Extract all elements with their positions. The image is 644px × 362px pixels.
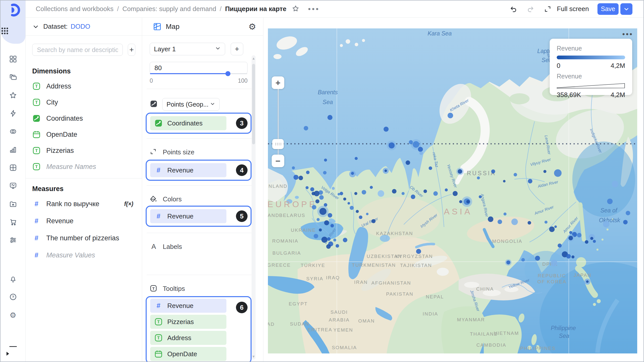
favorites-icon[interactable]	[9, 91, 17, 100]
layer-select[interactable]: Layer 1	[150, 43, 225, 55]
field-item-coordinates[interactable]: Coordinates	[32, 113, 135, 124]
dataset-header[interactable]: Dataset: DODO	[26, 18, 142, 36]
map-label: FINLAND	[268, 184, 288, 189]
tooltips-dropzone[interactable]: #RevenueTPizzeriasTAddressOpenDate 6	[146, 296, 252, 362]
settings-icon[interactable]: ⚙	[9, 311, 17, 319]
gallery-icon[interactable]	[9, 200, 17, 208]
geopoints-dropzone[interactable]: Coordinates 3	[146, 113, 252, 134]
zoom-slider-handle[interactable]	[272, 139, 284, 149]
opacity-slider-fill	[150, 73, 228, 74]
field-item-rank-[interactable]: #Rank по выручкеf(×)	[32, 198, 135, 209]
colors-dropzone[interactable]: #Revenue 5	[146, 206, 252, 227]
breadcrumb-separator: /	[117, 5, 119, 13]
zoom-in-button[interactable]: +	[272, 76, 284, 89]
chip-opendate[interactable]: OpenDate	[150, 347, 226, 361]
ellipsis-icon[interactable]: •••	[308, 5, 320, 13]
redo-icon[interactable]	[526, 5, 535, 13]
connections-icon[interactable]	[9, 127, 17, 136]
collapse-icon[interactable]	[5, 350, 11, 358]
save-button[interactable]: Save	[597, 3, 619, 15]
star-icon[interactable]	[292, 5, 299, 13]
fullscreen-label[interactable]: Full screen	[557, 5, 589, 13]
svg-text:T: T	[35, 100, 38, 105]
field-item-city[interactable]: TCity	[32, 97, 135, 108]
chip-pizzerias[interactable]: TPizzerias	[150, 315, 226, 329]
chip-coordinates[interactable]: Coordinates	[150, 116, 226, 130]
save-options-button[interactable]	[620, 3, 632, 15]
points-size-dropzone[interactable]: #Revenue 4	[146, 160, 252, 181]
scroll-up-icon[interactable]: ▲	[252, 56, 256, 60]
map-label: IRAN	[354, 280, 368, 285]
map-data-point	[340, 192, 343, 195]
chip-revenue[interactable]: #Revenue	[150, 163, 226, 177]
legend-color-gradient	[557, 56, 625, 59]
datasets-icon[interactable]	[9, 163, 17, 172]
opacity-slider-knob[interactable]	[225, 71, 230, 76]
map-data-point	[503, 212, 506, 215]
notifications-icon[interactable]	[9, 275, 17, 283]
map-data-point	[354, 192, 357, 195]
fullscreen-icon[interactable]	[543, 5, 552, 13]
map-canvas[interactable]: FINLANDEUROPEASIARUSSIAPOLANDBELARUSUKRA…	[268, 28, 637, 353]
quick-actions-icon[interactable]	[9, 109, 17, 118]
chevron-down-icon	[32, 23, 39, 30]
step-badge-4: 4	[236, 164, 248, 176]
undo-icon[interactable]	[509, 5, 518, 13]
map-data-point	[304, 126, 308, 130]
field-item-the-number-of-pizzerias[interactable]: #The number of pizzerias	[32, 233, 135, 244]
marketplace-icon[interactable]	[9, 218, 17, 226]
svg-text:#: #	[35, 251, 38, 259]
map-zoom-controls: +	[272, 76, 284, 89]
field-item-measure-values[interactable]: #Measure Values	[32, 250, 135, 261]
chip-revenue[interactable]: #Revenue	[150, 299, 226, 313]
svg-text:T: T	[157, 320, 160, 324]
legend-size-max: 4,2M	[611, 91, 625, 99]
map-chart-icon[interactable]	[153, 22, 162, 31]
config-scrollbar[interactable]: ▲ ▼	[252, 55, 256, 359]
layer-opacity-input[interactable]: 80	[150, 62, 248, 74]
field-item-measure-names[interactable]: TMeasure Names	[32, 161, 135, 172]
services-icon[interactable]	[9, 236, 17, 244]
map-label: AFGHANISTAN	[371, 280, 411, 286]
dataset-label: Dataset:	[43, 23, 68, 30]
rail-resize-handle[interactable]	[9, 346, 17, 347]
map-label: SOMALIA	[332, 345, 357, 350]
add-layer-button[interactable]: +	[231, 43, 243, 55]
map-data-point	[323, 171, 327, 174]
charts-icon[interactable]	[9, 145, 17, 154]
svg-text:T: T	[35, 164, 38, 169]
chip-address[interactable]: TAddress	[150, 331, 226, 345]
chip-revenue[interactable]: #Revenue	[150, 209, 226, 223]
dashboards-icon[interactable]	[9, 55, 17, 63]
scroll-down-icon[interactable]: ▼	[252, 354, 256, 358]
chart-settings-gear-icon[interactable]: ⚙	[249, 22, 256, 31]
monitoring-icon[interactable]	[9, 182, 17, 190]
breadcrumb-item-2[interactable]: Пиццерии на карте	[225, 5, 287, 13]
map-data-point	[535, 256, 540, 261]
breadcrumb-item-1[interactable]: Companies: supply and demand	[123, 5, 216, 13]
add-field-button[interactable]: +	[128, 44, 135, 56]
map-data-point	[314, 191, 319, 196]
apps-grid-icon[interactable]	[1, 27, 9, 35]
zoom-out-button[interactable]: −	[272, 155, 284, 167]
search-input[interactable]	[32, 44, 123, 56]
map-options-ellipsis-icon[interactable]: •••	[622, 30, 633, 38]
field-item-revenue[interactable]: #Revenue	[32, 215, 135, 227]
map-label: TURKMENISTAN	[352, 262, 396, 268]
geopoint-type-select[interactable]: Points (Geop...	[162, 98, 220, 111]
map-data-point	[572, 255, 575, 258]
map-data-point	[413, 141, 419, 148]
field-item-address[interactable]: TAddress	[32, 81, 135, 92]
map-data-point	[453, 191, 458, 196]
scrollbar-thumb[interactable]	[252, 64, 255, 144]
field-item-opendate[interactable]: OpenDate	[32, 129, 135, 140]
breadcrumb-item-0[interactable]: Collections and workbooks	[36, 5, 113, 13]
dataset-name-link[interactable]: DODO	[71, 23, 90, 30]
datalens-logo-icon[interactable]	[6, 3, 20, 17]
top-bar: Collections and workbooks/Companies: sup…	[26, 1, 643, 18]
map-data-point	[544, 221, 547, 224]
formula-icon: f(×)	[124, 201, 133, 207]
field-item-pizzerias[interactable]: TPizzerias	[32, 145, 135, 156]
collections-icon[interactable]	[9, 73, 17, 81]
help-icon[interactable]: ?	[9, 293, 17, 301]
